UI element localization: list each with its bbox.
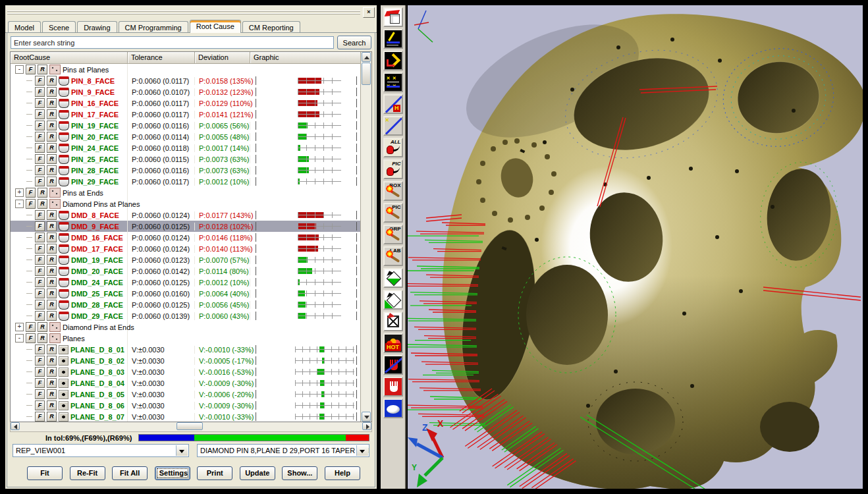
report-toggle-button[interactable]: R	[47, 177, 57, 186]
fit-toggle-button[interactable]: F	[35, 288, 45, 298]
tree-item-row[interactable]: FRPIN_8_FACEP:0.0060 (0.0117)P:0.0158 (1…	[11, 75, 361, 86]
fit-toggle-button[interactable]: F	[35, 389, 45, 399]
part-model[interactable]	[443, 5, 863, 489]
report-toggle-button[interactable]: R	[47, 154, 57, 164]
tree-item-row[interactable]: FRPIN_9_FACEP:0.0060 (0.0107)P:0.0132 (1…	[11, 86, 361, 97]
report-toggle-button[interactable]: R	[47, 221, 57, 231]
pick-all-icon[interactable]: ALL	[383, 138, 403, 157]
report-toggle-button[interactable]: R	[47, 356, 57, 366]
tree-group-row[interactable]: -FRPlanes	[11, 333, 361, 344]
fit-toggle-button[interactable]: F	[26, 188, 36, 198]
report-toggle-button[interactable]: R	[47, 233, 57, 242]
update-button[interactable]: Update	[240, 466, 275, 480]
report-toggle-button[interactable]: R	[47, 121, 57, 130]
report-toggle-button[interactable]: R	[47, 109, 57, 119]
tree-group-row[interactable]: +FRDiamond Pins at Ends	[11, 321, 361, 333]
report-toggle-button[interactable]: R	[38, 188, 47, 198]
fit-toggle-button[interactable]: F	[35, 165, 45, 175]
report-toggle-button[interactable]: R	[47, 300, 57, 310]
tree-item-row[interactable]: FRPLANE_D_8_04V:±0.0030V:-0.0009 (-30%)	[11, 377, 361, 389]
report-toggle-button[interactable]: R	[47, 87, 57, 97]
fit-toggle-button[interactable]: F	[35, 400, 45, 410]
chevron-down-icon[interactable]	[356, 445, 368, 456]
tree-item-row[interactable]: FRDMD_8_FACEP:0.0060 (0.0124)P:0.0177 (1…	[11, 209, 361, 221]
ignite-box-icon[interactable]: BOX	[383, 181, 403, 201]
report-toggle-button[interactable]: R	[47, 210, 57, 220]
flow-arrows-icon[interactable]	[383, 51, 403, 70]
diamond-pass-icon[interactable]	[383, 268, 403, 288]
report-toggle-button[interactable]: R	[47, 412, 57, 422]
titlebar-grip[interactable]	[7, 11, 360, 14]
fit-toggle-button[interactable]: F	[35, 143, 45, 153]
tree-item-row[interactable]: FRPLANE_D_8_02V:±0.0030V:-0.0005 (-17%)	[11, 355, 361, 366]
tree-item-row[interactable]: FRPIN_29_FACEP:0.0060 (0.0117)P:0.0012 (…	[11, 176, 361, 187]
tree-item-row[interactable]: FRPIN_19_FACEP:0.0060 (0.0116)P:0.0065 (…	[11, 120, 361, 131]
ignite-group-icon[interactable]: GRP	[383, 225, 403, 244]
fit-toggle-button[interactable]: F	[26, 199, 36, 209]
report-toggle-button[interactable]: R	[47, 132, 57, 142]
fit-toggle-button[interactable]: F	[35, 311, 45, 321]
column-header-graphic[interactable]: Graphic	[250, 52, 361, 63]
scroll-down-button[interactable]	[362, 412, 371, 422]
fit-toggle-button[interactable]: F	[26, 322, 36, 332]
hide-crossed-icon[interactable]	[383, 116, 403, 136]
help-button[interactable]: Help	[325, 466, 360, 480]
report-toggle-button[interactable]: R	[38, 199, 47, 209]
report-toggle-button[interactable]: R	[47, 277, 57, 287]
report-toggle-button[interactable]: R	[47, 76, 57, 86]
pick-pic-icon[interactable]: PIC	[383, 159, 403, 179]
report-toggle-button[interactable]: R	[47, 165, 57, 175]
fit-toggle-button[interactable]: F	[26, 333, 36, 343]
fit-toggle-button[interactable]: F	[35, 244, 45, 254]
report-toggle-button[interactable]: R	[47, 367, 57, 377]
scroll-right-button[interactable]	[362, 422, 371, 430]
tree-item-row[interactable]: FRDMD_9_FACEP:0.0060 (0.0125)P:0.0128 (1…	[11, 221, 361, 232]
report-icon[interactable]	[383, 7, 403, 27]
probe-measure-icon[interactable]	[383, 29, 403, 49]
expander-icon[interactable]: -	[15, 200, 24, 208]
fit-toggle-button[interactable]: F	[35, 154, 45, 164]
report-toggle-button[interactable]: R	[47, 389, 57, 399]
chevron-down-icon[interactable]	[176, 445, 188, 456]
print-button[interactable]: Print	[197, 466, 232, 480]
tree-item-row[interactable]: FRPLANE_D_8_01V:±0.0030V:-0.0010 (-33%)	[11, 344, 361, 355]
tree-item-row[interactable]: FRPIN_28_FACEP:0.0060 (0.0116)P:0.0073 (…	[11, 165, 361, 176]
tree-item-row[interactable]: FRDMD_25_FACEP:0.0060 (0.0160)P:0.0064 (…	[11, 288, 361, 299]
track-ball-icon[interactable]	[383, 398, 403, 418]
3d-model-view[interactable]: X Z Y	[408, 5, 863, 489]
ignite-label-icon[interactable]: LAB	[383, 246, 403, 266]
fit-button[interactable]: Fit	[27, 466, 63, 480]
settings-button[interactable]: Settings	[155, 466, 190, 480]
hide-crossed-h-icon[interactable]	[383, 94, 403, 114]
fit-toggle-button[interactable]: F	[35, 277, 45, 287]
tab-drawing[interactable]: Drawing	[77, 21, 117, 33]
hot-spots-icon[interactable]: HOT	[383, 333, 403, 353]
fit-toggle-button[interactable]: F	[26, 65, 36, 74]
report-toggle-button[interactable]: R	[47, 378, 57, 388]
diamond-alt-icon[interactable]	[383, 290, 403, 310]
fit-toggle-button[interactable]: F	[35, 344, 45, 354]
fit-toggle-button[interactable]: F	[35, 356, 45, 366]
fit-toggle-button[interactable]: F	[35, 300, 45, 310]
expander-icon[interactable]: +	[15, 323, 24, 331]
column-header-rootcause[interactable]: RootCause	[11, 52, 128, 63]
tree-item-row[interactable]: FRDMD_17_FACEP:0.0060 (0.0124)P:0.0140 (…	[11, 243, 361, 254]
fit-toggle-button[interactable]: F	[35, 210, 45, 220]
fit-toggle-button[interactable]: F	[35, 109, 45, 119]
fit-toggle-button[interactable]: F	[35, 121, 45, 130]
horizontal-scrollbar[interactable]	[10, 422, 372, 432]
close-icon[interactable]: ×	[363, 7, 375, 18]
fit-toggle-button[interactable]: F	[35, 132, 45, 142]
scroll-left-button[interactable]	[11, 422, 20, 430]
tree-item-row[interactable]: FRDMD_24_FACEP:0.0060 (0.0125)P:0.0012 (…	[11, 277, 361, 288]
align-points-icon[interactable]	[383, 72, 403, 92]
expander-icon[interactable]: -	[15, 65, 24, 74]
vertical-scrollbar[interactable]	[360, 52, 371, 422]
no-touch-icon[interactable]	[383, 355, 403, 375]
stop-hand-icon[interactable]	[383, 377, 403, 397]
re-fit-button[interactable]: Re-Fit	[70, 466, 105, 480]
fit-toggle-button[interactable]: F	[35, 367, 45, 377]
fit-toggle-button[interactable]: F	[35, 87, 45, 97]
tree-group-row[interactable]: -FRPins at Planes	[11, 64, 361, 75]
tab-model[interactable]: Model	[8, 21, 41, 33]
